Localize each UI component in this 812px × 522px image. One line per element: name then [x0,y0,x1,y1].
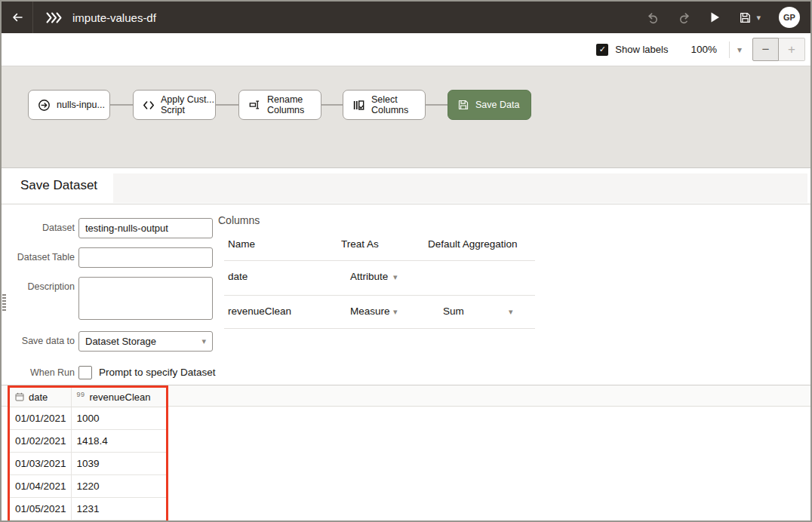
flow-connector [321,104,343,106]
code-icon [143,100,155,111]
red-highlight-annotation [8,385,168,522]
divider [224,295,535,296]
flow-connector [110,104,133,106]
chevron-down-icon: ▾ [756,14,761,22]
divider [224,328,535,329]
aggregation-chevron-down-icon[interactable]: ▾ [509,307,513,317]
save-data-icon [457,99,469,111]
flow-node-label-line1: Rename [267,94,303,105]
undo-button[interactable] [646,11,660,24]
panel-resize-handle[interactable] [2,294,6,312]
columns-header-treat-as: Treat As [341,238,379,250]
dataset-field-label: Dataset [2,218,75,238]
flow-node-rename-columns[interactable]: Rename Columns [238,90,321,120]
flow-node-input-dataset[interactable]: nulls-inpu... [28,90,110,120]
page-title: impute-values-df [72,11,156,24]
save-data-to-value: Dataset Storage [85,336,156,347]
redo-button[interactable] [678,11,691,24]
app-window: impute-values-df ▾ [0,0,812,522]
flow-node-label-line2: Columns [371,105,408,115]
dataflow-chevrons-icon [46,12,62,23]
redo-icon [678,11,691,24]
dataflow-canvas: nulls-inpu... Apply Cust... Script Renam… [2,66,810,168]
flow-node-label-line1: Apply Cust... [161,94,214,105]
prompt-to-specify-label: Prompt to specify Dataset [99,367,216,378]
show-labels-label: Show labels [615,44,668,55]
column-row-name: date [228,271,248,282]
divider [729,41,730,58]
column-row-name: revenueClean [228,306,291,317]
flow-node-label-line2: Script [161,105,185,115]
flow-node-apply-custom-script[interactable]: Apply Cust... Script [133,90,216,120]
zoom-in-button[interactable]: + [779,38,805,61]
plus-icon: + [788,42,795,57]
canvas-toolbar: ✓ Show labels 100% ▾ − + [2,33,810,66]
divider [224,260,535,261]
flow-connector [426,104,448,106]
minus-icon: − [762,42,770,57]
description-textarea[interactable] [78,277,213,320]
dataset-table-field-label: Dataset Table [2,247,75,268]
save-dataset-panel: Dataset Dataset Table Description Save d… [2,204,810,385]
show-labels-toggle[interactable]: ✓ Show labels [596,44,668,56]
data-preview-panel: date 99 revenueClean 01/01/2021 [2,385,810,522]
chevron-down-icon: ▾ [201,336,206,346]
columns-header-default-aggregation: Default Aggregation [428,238,518,250]
flow-node-label: Apply Cust... Script [161,94,214,116]
save-data-to-select[interactable]: Dataset Storage ▾ [78,331,213,352]
undo-icon [646,11,660,24]
show-labels-checkbox[interactable]: ✓ [596,44,608,56]
columns-section-title: Columns [218,214,260,226]
treat-as-chevron-down-icon[interactable]: ▾ [393,307,398,317]
column-row-treat-as[interactable]: Measure [350,306,390,317]
dataset-icon [38,99,51,112]
flow-node-label: Rename Columns [267,94,304,116]
columns-header-name: Name [228,238,255,250]
flow-node-label: Save Data [475,100,519,110]
zoom-level-value: 100% [691,44,717,55]
step-panel-header: Save Dataset [2,169,810,204]
back-button[interactable] [2,2,33,33]
play-icon [709,11,721,23]
save-menu-button[interactable]: ▾ [739,11,761,24]
run-dataflow-button[interactable] [709,11,721,23]
zoom-out-button[interactable]: − [752,38,779,61]
save-data-to-field-label: Save data to [2,331,75,352]
rename-icon [248,99,261,111]
save-icon [739,11,752,24]
when-run-field-label: When Run [2,366,75,379]
dataset-table-input[interactable] [78,247,213,268]
top-bar: impute-values-df ▾ [2,2,810,33]
back-arrow-icon [11,11,24,23]
column-row-aggregation[interactable]: Sum [443,306,464,317]
flow-node-label-line2: Columns [267,105,304,115]
zoom-dropdown-chevron-down-icon[interactable]: ▾ [737,45,742,55]
select-columns-icon [352,99,365,112]
flow-node-save-data[interactable]: Save Data [448,90,531,120]
flow-node-select-columns[interactable]: Select Columns [343,90,426,120]
panel-tab-strip [113,173,807,203]
flow-node-label: Select Columns [371,94,408,116]
user-avatar[interactable]: GP [779,7,800,28]
flow-node-label-line1: Select [371,94,398,105]
column-row-treat-as[interactable]: Attribute [350,271,388,282]
flow-node-label: nulls-inpu... [57,100,105,110]
description-field-label: Description [2,281,75,292]
treat-as-chevron-down-icon[interactable]: ▾ [393,272,398,282]
flow-connector [216,104,238,106]
dataset-name-input[interactable] [78,218,213,238]
step-panel-title: Save Dataset [20,178,97,193]
prompt-to-specify-checkbox[interactable] [78,366,92,379]
